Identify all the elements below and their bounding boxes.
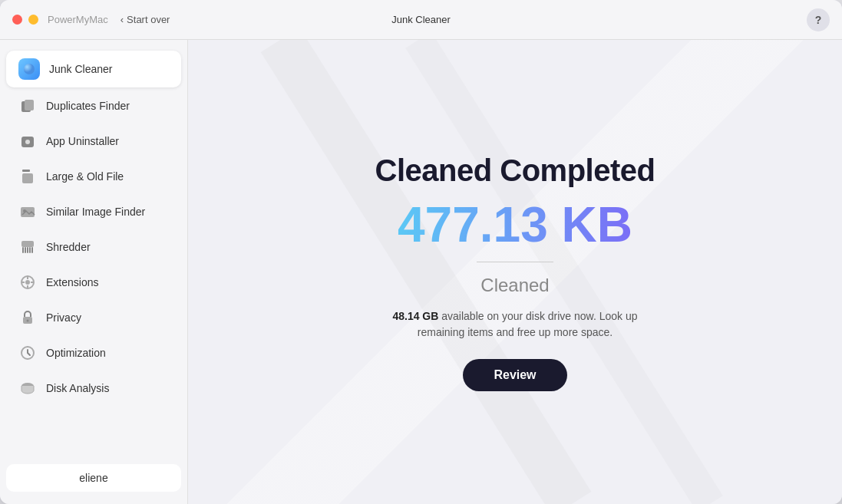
sidebar-item-app-uninstaller-label: App Uninstaller xyxy=(46,135,119,147)
sidebar-item-optimization[interactable]: Optimization xyxy=(6,336,181,370)
sidebar-item-disk-analysis[interactable]: Disk Analysis xyxy=(6,371,181,405)
chevron-left-icon: ‹ xyxy=(121,14,124,25)
sidebar-item-disk-analysis-label: Disk Analysis xyxy=(46,382,109,394)
sidebar-item-similar-image-finder[interactable]: Similar Image Finder xyxy=(6,195,181,229)
disk-analysis-icon xyxy=(18,379,37,397)
sidebar-item-junk-cleaner-label: Junk Cleaner xyxy=(49,63,113,75)
sidebar-item-large-old-file[interactable]: Large & Old File xyxy=(6,160,181,193)
large-old-file-icon xyxy=(18,167,37,186)
sidebar-item-duplicates-label: Duplicates Finder xyxy=(46,100,130,112)
optimization-icon xyxy=(18,344,37,362)
svg-rect-6 xyxy=(22,173,33,183)
svg-rect-9 xyxy=(21,241,34,247)
cleaned-title: Cleaned Completed xyxy=(375,153,655,188)
svg-rect-10 xyxy=(22,247,24,253)
svg-point-4 xyxy=(25,140,30,144)
privacy-icon xyxy=(18,308,37,327)
sidebar-item-extensions-label: Extensions xyxy=(46,276,98,288)
app-uninstaller-icon xyxy=(18,132,37,150)
similar-image-finder-icon xyxy=(18,203,37,221)
junk-cleaner-icon xyxy=(18,58,40,80)
sidebar-item-junk-cleaner[interactable]: Junk Cleaner xyxy=(6,51,181,87)
sidebar-item-privacy[interactable]: Privacy xyxy=(6,301,181,334)
minimize-button[interactable] xyxy=(28,15,38,25)
sidebar: Junk Cleaner Duplicates Finder App Unins… xyxy=(0,40,188,504)
sidebar-user[interactable]: eliene xyxy=(6,464,181,492)
svg-point-22 xyxy=(27,320,29,322)
app-name-label: PowerMyMac xyxy=(48,14,108,25)
cleaned-amount: 477.13 KB xyxy=(398,200,632,249)
duplicates-finder-icon xyxy=(18,97,37,115)
result-card: Cleaned Completed 477.13 KB Cleaned 48.1… xyxy=(375,153,655,391)
sidebar-item-extensions[interactable]: Extensions xyxy=(6,265,181,299)
svg-rect-11 xyxy=(25,247,26,253)
disk-info-bold: 48.14 GB xyxy=(392,310,438,322)
disk-info-text: available on your disk drive now. Look u… xyxy=(418,310,638,338)
review-button[interactable]: Review xyxy=(463,359,566,391)
main-content: Junk Cleaner Duplicates Finder App Unins… xyxy=(0,40,842,504)
svg-rect-13 xyxy=(29,247,31,253)
sidebar-items: Junk Cleaner Duplicates Finder App Unins… xyxy=(0,49,187,461)
title-bar: PowerMyMac ‹ Start over Junk Cleaner ? xyxy=(0,0,842,40)
sidebar-item-shredder[interactable]: Shredder xyxy=(6,230,181,264)
svg-rect-12 xyxy=(27,247,28,253)
start-over-label: Start over xyxy=(127,14,170,25)
shredder-icon xyxy=(18,238,37,256)
help-button[interactable]: ? xyxy=(807,8,830,31)
sidebar-item-large-old-file-label: Large & Old File xyxy=(46,170,124,183)
svg-point-0 xyxy=(24,64,35,74)
svg-rect-14 xyxy=(31,247,33,253)
start-over-button[interactable]: ‹ Start over xyxy=(121,14,170,25)
divider xyxy=(477,262,553,262)
svg-rect-2 xyxy=(25,100,34,110)
sidebar-item-shredder-label: Shredder xyxy=(46,241,91,253)
sidebar-item-privacy-label: Privacy xyxy=(46,311,81,324)
disk-info: 48.14 GB available on your disk drive no… xyxy=(392,308,638,341)
sidebar-item-optimization-label: Optimization xyxy=(46,347,106,359)
cleaned-label: Cleaned xyxy=(480,275,549,296)
svg-rect-5 xyxy=(22,170,30,172)
sidebar-item-similar-image-label: Similar Image Finder xyxy=(46,206,145,218)
svg-point-16 xyxy=(25,280,30,285)
window-title: Junk Cleaner xyxy=(391,14,451,25)
content-area: Cleaned Completed 477.13 KB Cleaned 48.1… xyxy=(188,40,842,504)
extensions-icon xyxy=(18,273,37,292)
sidebar-item-app-uninstaller[interactable]: App Uninstaller xyxy=(6,124,181,158)
traffic-lights xyxy=(12,15,38,25)
sidebar-item-duplicates-finder[interactable]: Duplicates Finder xyxy=(6,89,181,123)
app-window: PowerMyMac ‹ Start over Junk Cleaner ? xyxy=(0,0,842,504)
close-button[interactable] xyxy=(12,15,22,25)
